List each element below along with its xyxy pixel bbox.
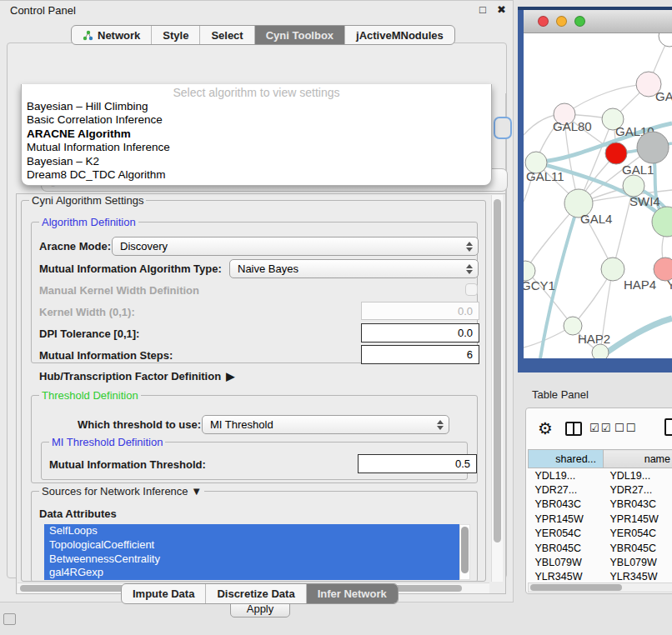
network-view-window[interactable]: GAL8GAL80GAL10GAL1GAL11SWI4GAL4GCY1HAP4Y… <box>518 7 672 372</box>
table-row[interactable]: YBR045CYBR045C9. <box>529 541 672 555</box>
tab-style[interactable]: Style <box>151 26 199 44</box>
node-label: GCY1 <box>524 278 555 292</box>
group-title: MI Threshold Definition <box>49 436 165 448</box>
table-row[interactable]: YPR145WYPR145W9. <box>529 512 672 526</box>
data-attributes-list: SelfLoopsTopologicalCoefficientBetweenne… <box>44 524 459 580</box>
table-viewport: shared...name YDL19...YDL19...13YDR27...… <box>528 449 672 584</box>
mi-steps-input[interactable]: 6 <box>361 345 479 364</box>
close-panel-icon[interactable]: ✖ <box>497 3 506 16</box>
column-header[interactable]: name <box>604 450 672 468</box>
table-cell: YBR043C <box>604 498 672 512</box>
cyni-toolbox-content: gal filtered sif default node Select alg… <box>7 42 507 578</box>
mi-algorithm-type-combobox[interactable]: Naive Bayes <box>229 259 479 278</box>
hub-tf-definition-disclosure[interactable]: Hub/Transcription Factor Definition▶ <box>39 370 234 382</box>
attributes-list-scrollbar[interactable] <box>459 524 470 580</box>
network-node-gray-node[interactable] <box>637 132 669 163</box>
table-cell: YPR145W <box>529 512 604 526</box>
algorithm-popup-list: Bayesian – Hill ClimbingBasic Correlatio… <box>22 100 491 182</box>
settings-vertical-scrollbar[interactable] <box>491 195 503 582</box>
table-row[interactable]: YDR27...YDR27...12 <box>529 482 672 497</box>
table-row[interactable]: YBR043CYBR043C <box>529 498 672 512</box>
scrollbar-thumb[interactable] <box>494 199 501 542</box>
scrollbar-thumb[interactable] <box>530 584 622 591</box>
bottom-tab-discretize-data[interactable]: Discretize Data <box>205 584 305 603</box>
close-window-icon[interactable] <box>538 16 549 27</box>
node-label: HAP2 <box>578 332 610 346</box>
attribute-list-item[interactable]: BetweennessCentrality <box>44 552 459 567</box>
mi-threshold-input[interactable]: 0.5 <box>358 454 477 473</box>
node-label: GAL8 <box>655 89 672 103</box>
which-threshold-combobox[interactable]: MI Threshold <box>202 415 449 434</box>
minimize-window-icon[interactable] <box>556 16 567 27</box>
network-node-HAP4[interactable] <box>601 258 624 281</box>
chevron-down-icon: ▼ <box>191 485 202 498</box>
manual-kernel-width-label: Manual Kernel Width Definition <box>39 284 199 297</box>
bottom-tab-infer-network[interactable]: Infer Network <box>306 584 398 603</box>
table-panel: ⚙ ☑☑ ☐☐ shared...name YDL19...YDL19...13… <box>525 408 672 594</box>
gear-icon[interactable]: ⚙ <box>538 418 553 438</box>
table-horizontal-scrollbar[interactable] <box>528 582 672 592</box>
table-cell: YDL19... <box>529 468 604 483</box>
column-header[interactable]: shared... <box>529 450 604 468</box>
mi-algorithm-type-label: Mutual Information Algorithm Type: <box>39 262 222 275</box>
tab-label: Select <box>211 29 243 42</box>
kernel-width-label: Kernel Width (0,1): <box>39 306 135 318</box>
table-cell: YER054C <box>529 527 604 541</box>
node-label: SWI4 <box>629 194 660 208</box>
algorithm-option[interactable]: Dream8 DC_TDC Algorithm <box>22 168 491 182</box>
aracne-mode-combobox[interactable]: Discovery <box>112 237 479 256</box>
algorithm-option[interactable]: Basic Correlation Inference <box>22 113 491 127</box>
network-canvas[interactable]: GAL8GAL80GAL10GAL1GAL11SWI4GAL4GCY1HAP4Y… <box>524 33 672 358</box>
attribute-list-item[interactable]: gal4RGexp <box>44 566 459 580</box>
network-node-top-partial[interactable] <box>659 33 672 47</box>
dpi-tolerance-label: DPI Tolerance [0,1]: <box>39 328 139 340</box>
kernel-width-input[interactable]: 0.0 <box>361 302 479 320</box>
table-cell: YER054C <box>604 527 672 541</box>
data-attributes-label: Data Attributes <box>39 508 117 520</box>
scrollbar-thumb[interactable] <box>461 527 469 573</box>
network-node-GAL1[interactable] <box>605 142 627 164</box>
tab-jactivemnodules[interactable]: jActiveMNodules <box>344 26 454 44</box>
table-cell: YDR27... <box>604 482 672 497</box>
group-title: Cyni Algorithm Settings <box>29 194 146 207</box>
algorithm-option[interactable]: Mutual Information Inference <box>22 141 491 154</box>
group-title: Algorithm Definition <box>39 216 138 228</box>
combobox-value: Discovery <box>120 240 168 252</box>
algorithm-popup-placeholder: Select algorithm to view settings <box>22 84 491 100</box>
hidden-combo-stepper <box>494 117 512 139</box>
stepper-icon <box>435 416 445 433</box>
tab-cyni-toolbox[interactable]: Cyni Toolbox <box>254 26 344 44</box>
table-row[interactable]: YDL19...YDL19...13 <box>529 468 672 483</box>
table-row[interactable]: YER054CYER054C8. <box>529 527 672 541</box>
table-cell: YBR045C <box>604 541 672 555</box>
tab-label: Style <box>163 29 188 42</box>
network-node-bottom-small[interactable] <box>592 344 609 358</box>
tab-select[interactable]: Select <box>199 26 253 44</box>
attribute-list-item[interactable]: SelfLoops <box>44 524 459 538</box>
network-edge[interactable] <box>564 84 649 114</box>
algorithm-dropdown-popup: Select algorithm to view settings Bayesi… <box>21 84 492 186</box>
algorithm-option[interactable]: Bayesian – Hill Climbing <box>22 100 491 113</box>
tab-network[interactable]: Network <box>72 26 151 44</box>
tab-label: Cyni Toolbox <box>266 29 333 42</box>
chevron-right-icon: ▶ <box>226 370 234 382</box>
float-panel-icon[interactable]: □ <box>479 3 486 16</box>
node-label: GAL11 <box>526 169 564 183</box>
zoom-window-icon[interactable] <box>574 16 585 27</box>
select-all-checkboxes-icon[interactable]: ☑☑ <box>589 422 612 434</box>
dpi-tolerance-input[interactable]: 0.0 <box>361 323 479 342</box>
group-title: Threshold Definition <box>39 389 141 402</box>
algorithm-option[interactable]: Bayesian – K2 <box>22 155 491 168</box>
panel-dock-icon[interactable] <box>3 613 16 625</box>
deselect-all-checkboxes-icon[interactable]: ☐☐ <box>614 422 637 434</box>
document-icon[interactable] <box>664 418 672 436</box>
table-row[interactable]: YBL079WYBL079W <box>529 555 672 569</box>
column-view-icon[interactable] <box>565 422 582 436</box>
node-label: GAL1 <box>622 162 654 177</box>
bottom-tab-impute-data[interactable]: Impute Data <box>122 584 205 603</box>
algorithm-option[interactable]: ARACNE Algorithm <box>22 128 491 141</box>
network-window-titlebar[interactable] <box>524 10 672 33</box>
stepper-icon <box>464 260 474 278</box>
manual-kernel-width-checkbox[interactable] <box>465 283 478 296</box>
attribute-list-item[interactable]: TopologicalCoefficient <box>44 538 459 552</box>
